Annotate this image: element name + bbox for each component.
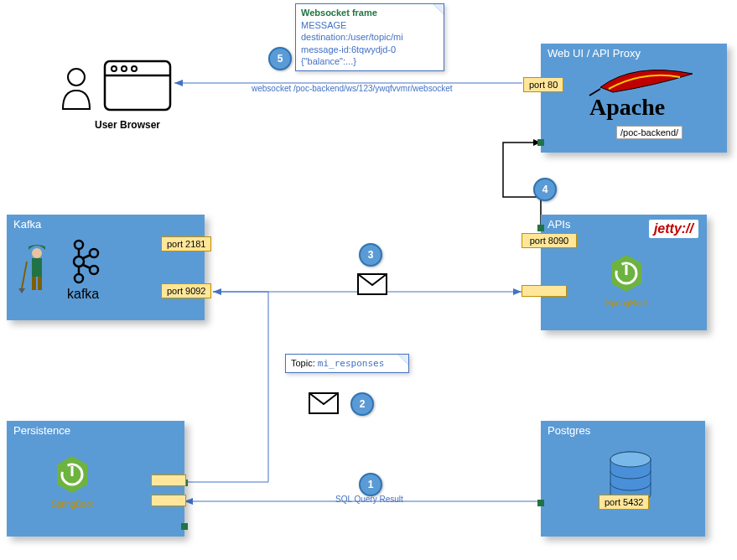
svg-rect-14 — [32, 277, 36, 290]
svg-point-12 — [32, 248, 42, 258]
persistence-title: Persistence — [13, 424, 70, 437]
svg-point-9 — [122, 66, 127, 71]
kafka-title: Kafka — [13, 218, 41, 231]
svg-point-5 — [68, 69, 85, 86]
ws-note-line3: message-id:6tqwydjd-0 — [301, 44, 439, 55]
ws-note-line2: destination:/user/topic/mi — [301, 31, 439, 43]
webui-hub-bottom — [537, 139, 544, 146]
postgres-title: Postgres — [548, 424, 590, 437]
webui-port: port 80 — [523, 77, 563, 92]
apis-hub-top — [537, 225, 544, 231]
webui-title: Web UI / API Proxy — [548, 47, 641, 60]
browser-window-icon — [104, 60, 171, 111]
postgres-port: port 5432 — [599, 495, 649, 510]
step-badge-4: 4 — [533, 178, 557, 201]
apache-logo-text: Apache — [589, 94, 665, 121]
ws-note-line1: MESSAGE — [301, 19, 439, 31]
svg-point-20 — [90, 249, 98, 257]
svg-line-24 — [83, 255, 91, 258]
step-badge-2: 2 — [350, 392, 374, 416]
apis-port: port 8090 — [522, 233, 577, 248]
flow-websocket-label: websocket /poc-backend/ws/123/ywqfvvmr/w… — [252, 84, 453, 93]
apache-feather-icon — [596, 64, 697, 97]
flow-sql-label: SQL Query Result — [335, 495, 403, 504]
svg-point-18 — [74, 257, 84, 267]
kafka-zk-port: port 2181 — [161, 236, 211, 251]
svg-point-33 — [610, 452, 651, 467]
apis-title: APIs — [548, 218, 570, 231]
webui-path-label: /poc-backend/ — [616, 126, 683, 139]
kafka-box: Kafka kafka — [7, 215, 205, 320]
user-avatar-icon — [59, 67, 94, 112]
kafka-logo-text: kafka — [67, 287, 99, 302]
svg-line-16 — [22, 262, 27, 288]
kafka-broker-port: port 9092 — [161, 283, 211, 298]
zookeeper-icon — [22, 245, 52, 295]
svg-line-25 — [83, 265, 91, 268]
persistence-hub-b — [181, 523, 188, 530]
topic-note-label: Topic: — [291, 358, 315, 368]
topic-note-value: mi_responses — [318, 358, 384, 369]
springboot-icon-persistence — [54, 454, 91, 496]
ws-note-line4: {"balance":...} — [301, 55, 439, 67]
svg-rect-6 — [105, 61, 170, 110]
apis-link-pad — [522, 285, 567, 297]
svg-point-8 — [112, 66, 117, 71]
svg-marker-2 — [513, 288, 522, 295]
websocket-note: Websocket frame MESSAGE destination:/use… — [295, 3, 444, 71]
postgres-hub — [537, 500, 544, 506]
svg-point-10 — [132, 66, 137, 71]
svg-point-19 — [75, 274, 83, 283]
jetty-logo: jetty:// — [649, 220, 698, 238]
springboot-icon-apis — [608, 253, 645, 295]
svg-rect-13 — [32, 258, 42, 277]
svg-rect-15 — [38, 277, 42, 290]
kafka-logo-icon — [70, 238, 101, 285]
user-browser-caption: User Browser — [86, 119, 169, 131]
step-badge-3: 3 — [359, 243, 382, 267]
step-badge-1: 1 — [359, 473, 382, 496]
step-badge-5: 5 — [268, 47, 292, 70]
svg-marker-4 — [174, 80, 183, 86]
persistence-pad-b — [151, 495, 186, 506]
postgres-box: Postgres — [541, 421, 705, 537]
ws-note-title: Websocket frame — [301, 8, 439, 18]
persistence-springboot-label: SpringBoot — [50, 500, 94, 509]
svg-point-17 — [75, 241, 83, 249]
apis-springboot-label: SpringBoot — [605, 298, 648, 308]
envelope-icon-step3 — [357, 273, 387, 295]
topic-note: Topic: mi_responses — [285, 354, 409, 373]
persistence-pad-a — [151, 474, 186, 486]
svg-point-21 — [90, 266, 98, 274]
envelope-icon-step2 — [309, 392, 339, 414]
apis-box: APIs jetty:// SpringBoot — [541, 215, 707, 330]
webui-box: Web UI / API Proxy Apache /poc-backend/ — [541, 44, 727, 153]
